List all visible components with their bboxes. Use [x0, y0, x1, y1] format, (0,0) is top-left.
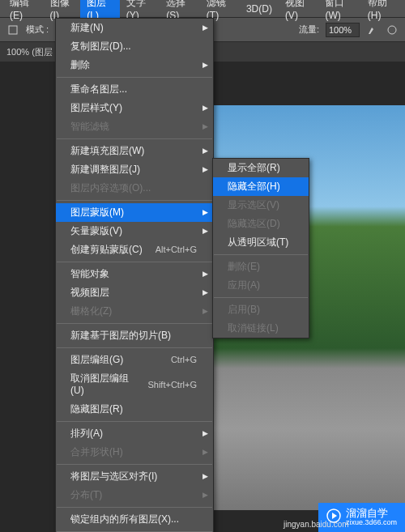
layer-mask-submenu-item-2: 显示选区(V)	[213, 196, 309, 215]
layer-menu-item-30: 分布(T)▶	[56, 486, 213, 504]
layer-mask-submenu-item-6: 删除(E)	[213, 257, 309, 276]
layer-mask-submenu-item-4[interactable]: 从透明区域(T)	[213, 233, 309, 252]
layer-menu-item-29[interactable]: 将图层与选区对齐(I)▶	[56, 467, 213, 486]
layer-menu-item-2[interactable]: 删除▶	[56, 56, 213, 74]
watermark-text: 溜溜自学	[346, 508, 397, 519]
submenu-arrow-icon: ▶	[202, 268, 208, 280]
layer-menu-item-label: 合并形状(H)	[70, 446, 123, 458]
layer-mask-submenu-item-10: 取消链接(L)	[213, 319, 309, 338]
menu-window[interactable]: 窗口(W)	[318, 0, 360, 23]
layer-menu: 新建(N)▶复制图层(D)...删除▶重命名图层...图层样式(Y)▶智能滤镜▶…	[55, 18, 214, 532]
layer-menu-item-24[interactable]: 隐藏图层(R)	[56, 400, 213, 419]
flow-label: 流量:	[299, 23, 319, 36]
layer-mask-submenu-separator	[214, 254, 308, 255]
layer-mask-submenu-item-label: 显示选区(V)	[228, 199, 279, 211]
layer-mask-submenu-item-1[interactable]: 隐藏全部(H)	[213, 177, 309, 196]
mode-label: 模式 :	[26, 23, 49, 36]
layer-menu-item-4[interactable]: 重命名图层...	[56, 80, 213, 99]
menu-3d[interactable]: 3D(D)	[240, 1, 279, 17]
submenu-arrow-icon: ▶	[202, 121, 208, 133]
layer-menu-item-label: 隐藏图层(R)	[70, 403, 123, 415]
layer-menu-separator	[57, 421, 212, 422]
layer-menu-item-6: 智能滤镜▶	[56, 117, 213, 136]
layer-menu-item-shortcut: Shift+Ctrl+G	[147, 379, 197, 391]
layer-menu-item-label: 排列(A)	[70, 428, 103, 440]
layer-mask-submenu-item-label: 从透明区域(T)	[228, 236, 288, 249]
layer-menu-item-16[interactable]: 智能对象▶	[56, 265, 213, 283]
layer-menu-item-shortcut: Alt+Ctrl+G	[156, 244, 197, 256]
layer-menu-item-shortcut: Ctrl+G	[171, 354, 197, 366]
submenu-arrow-icon: ▶	[202, 206, 208, 219]
submenu-arrow-icon: ▶	[202, 22, 208, 34]
tool-icon[interactable]	[6, 23, 19, 36]
layer-mask-submenu-item-label: 删除(E)	[228, 261, 260, 273]
layer-menu-item-label: 新建填充图层(W)	[70, 145, 144, 157]
layer-menu-item-18: 栅格化(Z)▶	[56, 302, 213, 321]
watermark-url: zixue.3d66.com	[346, 519, 397, 527]
layer-mask-submenu: 显示全部(R)隐藏全部(H)显示选区(V)隐藏选区(D)从透明区域(T)删除(E…	[212, 158, 309, 338]
layer-menu-separator	[57, 262, 212, 262]
layer-menu-item-5[interactable]: 图层样式(Y)▶	[56, 99, 213, 117]
layer-menu-separator	[57, 138, 212, 139]
menu-help[interactable]: 帮助(H)	[361, 0, 402, 23]
layer-menu-item-label: 删除	[70, 59, 90, 71]
layer-menu-item-32[interactable]: 锁定组内的所有图层(X)...	[56, 510, 213, 529]
layer-menu-item-label: 图层样式(Y)	[70, 102, 122, 114]
menu-view[interactable]: 视图(V)	[279, 0, 319, 23]
submenu-arrow-icon: ▶	[202, 164, 208, 176]
flow-input[interactable]	[326, 23, 360, 37]
layer-mask-submenu-item-label: 隐藏全部(H)	[228, 181, 280, 193]
layer-mask-submenu-item-label: 取消链接(L)	[228, 322, 279, 334]
svg-point-1	[388, 26, 396, 34]
tablet-pressure-icon[interactable]	[386, 23, 399, 36]
submenu-arrow-icon: ▶	[202, 59, 208, 71]
layer-mask-submenu-item-label: 启用(B)	[228, 304, 260, 316]
layer-menu-item-label: 图层蒙版(M)	[70, 206, 124, 219]
submenu-arrow-icon: ▶	[202, 287, 208, 299]
layer-menu-separator	[57, 323, 212, 324]
layer-menu-item-8[interactable]: 新建填充图层(W)▶	[56, 142, 213, 160]
layer-menu-item-label: 复制图层(D)...	[70, 40, 131, 53]
submenu-arrow-icon: ▶	[202, 428, 208, 440]
layer-menu-item-26[interactable]: 排列(A)▶	[56, 424, 213, 443]
layer-mask-submenu-item-9: 启用(B)	[213, 300, 309, 319]
layer-menu-separator	[57, 77, 212, 78]
layer-menu-item-22[interactable]: 图层编组(G)Ctrl+G	[56, 351, 213, 369]
layer-menu-item-9[interactable]: 新建调整图层(J)▶	[56, 160, 213, 179]
layer-menu-item-label: 新建(N)	[70, 22, 104, 34]
layer-menu-item-label: 创建剪贴蒙版(C)	[70, 244, 143, 256]
svg-rect-0	[9, 26, 17, 34]
submenu-arrow-icon: ▶	[202, 305, 208, 317]
caption-text: jingyan.baidu.com	[284, 520, 349, 529]
layer-menu-item-14[interactable]: 创建剪贴蒙版(C)Alt+Ctrl+G	[56, 240, 213, 259]
layer-menu-item-label: 取消图层编组(U)	[70, 372, 138, 397]
submenu-arrow-icon: ▶	[202, 102, 208, 114]
submenu-arrow-icon: ▶	[202, 470, 208, 483]
layer-menu-item-label: 锁定组内的所有图层(X)...	[70, 513, 179, 526]
airbrush-icon[interactable]	[366, 23, 379, 36]
submenu-arrow-icon: ▶	[202, 225, 208, 237]
layer-menu-item-0[interactable]: 新建(N)▶	[56, 19, 213, 37]
layer-menu-item-label: 栅格化(Z)	[70, 305, 112, 317]
layer-menu-item-label: 智能滤镜	[70, 121, 109, 133]
layer-mask-submenu-item-3: 隐藏选区(D)	[213, 215, 309, 233]
layer-menu-item-label: 智能对象	[70, 268, 109, 280]
layer-menu-separator	[57, 464, 212, 465]
layer-mask-submenu-item-0[interactable]: 显示全部(R)	[213, 159, 309, 177]
layer-menu-item-label: 矢量蒙版(V)	[70, 225, 122, 237]
layer-menu-item-10: 图层内容选项(O)...	[56, 179, 213, 198]
menubar: 编辑(E) 图像(I) 图层(L) 文字(Y) 选择(S) 滤镜(T) 3D(D…	[0, 0, 405, 18]
layer-mask-submenu-separator	[214, 297, 308, 298]
layer-menu-item-17[interactable]: 视频图层▶	[56, 283, 213, 302]
submenu-arrow-icon: ▶	[202, 446, 208, 458]
layer-menu-item-13[interactable]: 矢量蒙版(V)▶	[56, 222, 213, 240]
layer-menu-item-20[interactable]: 新建基于图层的切片(B)	[56, 326, 213, 345]
layer-menu-separator	[57, 200, 212, 201]
layer-menu-separator	[57, 347, 212, 348]
layer-menu-item-1[interactable]: 复制图层(D)...	[56, 37, 213, 56]
layer-menu-separator	[57, 507, 212, 508]
layer-menu-item-23[interactable]: 取消图层编组(U)Shift+Ctrl+G	[56, 369, 213, 400]
menu-edit[interactable]: 编辑(E)	[3, 0, 44, 23]
layer-menu-item-label: 重命名图层...	[70, 83, 127, 96]
layer-menu-item-12[interactable]: 图层蒙版(M)▶	[56, 203, 213, 222]
